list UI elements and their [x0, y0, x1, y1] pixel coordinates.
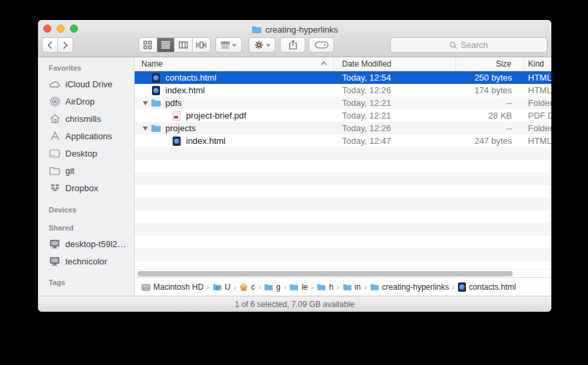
- path-item-users[interactable]: U: [213, 282, 231, 292]
- path-separator: ›: [207, 283, 209, 291]
- folder-icon: [251, 25, 262, 34]
- html-file-icon: [173, 137, 181, 146]
- html-file-icon: [458, 282, 466, 292]
- display-icon: [49, 256, 61, 266]
- sidebar-item-home[interactable]: chrismills: [38, 110, 134, 127]
- file-row-contacts-html[interactable]: contacts.html Today, 12:54 250 bytes HTM…: [135, 71, 551, 84]
- arrange-menu-button[interactable]: [215, 37, 242, 53]
- back-button[interactable]: [43, 38, 58, 52]
- path-item-git[interactable]: g: [264, 282, 281, 292]
- path-item-learning[interactable]: le: [289, 282, 307, 292]
- gear-icon: [254, 40, 264, 50]
- column-header-name[interactable]: Name: [135, 57, 334, 71]
- chevron-down-icon: [232, 43, 237, 47]
- disclosure-triangle-icon[interactable]: [143, 127, 148, 131]
- sidebar: Favorites iCloud Drive AirDrop chrismill…: [38, 57, 135, 296]
- icloud-icon: [49, 80, 61, 88]
- sidebar-section-favorites: Favorites: [49, 64, 134, 73]
- path-separator: ›: [284, 283, 287, 291]
- path-separator: ›: [311, 283, 314, 291]
- path-separator: ›: [234, 283, 237, 291]
- file-row-index-html[interactable]: index.html Today, 12:26 174 bytes HTML d…: [135, 84, 551, 97]
- path-item-macintosh-hd[interactable]: Macintosh HD: [141, 282, 203, 292]
- html-file-icon: [152, 86, 160, 95]
- path-item-creating-hyperlinks[interactable]: creating-hyperlinks: [370, 282, 449, 292]
- folder-icon: [317, 283, 326, 291]
- sidebar-item-git[interactable]: git: [38, 162, 134, 179]
- users-folder-icon: [213, 283, 222, 291]
- horizontal-scrollbar: [135, 269, 551, 277]
- path-separator: ›: [453, 283, 455, 291]
- icon-view-button[interactable]: [139, 38, 157, 52]
- path-separator: ›: [258, 283, 261, 291]
- sidebar-item-technicolor[interactable]: technicolor: [38, 252, 134, 270]
- applications-icon: [49, 131, 61, 141]
- status-text: 1 of 6 selected, 7.09 GB available: [235, 300, 354, 309]
- window-title-text: creating-hyperlinks: [265, 25, 338, 35]
- file-row-project-brief-pdf[interactable]: project-brief.pdf Today, 12:21 28 KB PDF…: [135, 109, 551, 122]
- hard-drive-icon: [141, 283, 151, 291]
- window-title: creating-hyperlinks: [38, 23, 551, 35]
- file-row-projects-index-html[interactable]: index.html Today, 12:47 247 bytes HTML d…: [135, 135, 551, 147]
- folder-icon: [289, 283, 299, 291]
- folder-icon: [151, 99, 161, 107]
- list-header: Name Date Modified Size Kind: [135, 57, 551, 71]
- path-item-chrismills[interactable]: c: [239, 282, 255, 292]
- path-separator: ›: [337, 283, 339, 291]
- sidebar-item-desktop-t59l2[interactable]: desktop-t59l2…: [38, 235, 134, 252]
- folder-icon: [370, 283, 379, 291]
- dropbox-icon: [49, 183, 61, 192]
- navigation-buttons: [42, 37, 73, 53]
- finder-window: creating-hyperlinks: [38, 20, 551, 312]
- tag-button[interactable]: [309, 37, 334, 53]
- folder-icon: [264, 283, 273, 291]
- folder-icon: [49, 167, 61, 175]
- titlebar: creating-hyperlinks: [38, 20, 551, 57]
- column-header-kind[interactable]: Kind: [524, 57, 551, 71]
- path-item-contacts-html[interactable]: contacts.html: [458, 282, 516, 292]
- sidebar-item-icloud-drive[interactable]: iCloud Drive: [38, 75, 134, 93]
- path-item-in[interactable]: in: [343, 282, 361, 292]
- path-separator: ›: [364, 283, 367, 291]
- path-item-html[interactable]: h: [317, 282, 333, 292]
- tag-icon: [315, 41, 329, 49]
- coverflow-view-button[interactable]: [193, 38, 210, 52]
- search-input[interactable]: Search: [390, 37, 547, 53]
- sidebar-section-devices: Devices: [49, 206, 134, 215]
- folder-icon: [343, 283, 352, 291]
- desktop-icon: [49, 149, 61, 158]
- folder-icon: [151, 124, 161, 133]
- file-list: contacts.html Today, 12:54 250 bytes HTM…: [135, 71, 551, 269]
- airdrop-icon: [49, 97, 61, 107]
- sidebar-item-applications[interactable]: Applications: [38, 127, 134, 145]
- sidebar-item-airdrop[interactable]: AirDrop: [38, 93, 134, 110]
- sort-ascending-icon: [321, 61, 327, 65]
- file-list-pane: Name Date Modified Size Kind c: [135, 57, 551, 296]
- folder-row-projects[interactable]: projects Today, 12:26 -- Folder: [135, 122, 551, 135]
- sidebar-section-shared: Shared: [49, 224, 134, 233]
- sidebar-item-dropbox[interactable]: Dropbox: [38, 179, 134, 196]
- home-folder-icon: [239, 283, 248, 291]
- action-menu-button[interactable]: [249, 37, 275, 53]
- view-switcher: [139, 37, 211, 53]
- list-view-button[interactable]: [157, 38, 175, 52]
- column-view-button[interactable]: [175, 38, 193, 52]
- scrollbar-thumb[interactable]: [137, 271, 513, 276]
- column-header-size[interactable]: Size: [456, 57, 524, 71]
- home-icon: [49, 114, 61, 123]
- folder-row-pdfs[interactable]: pdfs Today, 12:21 -- Folder: [135, 97, 551, 109]
- sidebar-item-desktop[interactable]: Desktop: [38, 145, 134, 162]
- disclosure-triangle-icon[interactable]: [143, 101, 148, 105]
- pdf-file-icon: [173, 111, 181, 121]
- forward-button[interactable]: [58, 38, 73, 52]
- search-icon: [449, 41, 457, 49]
- display-icon: [49, 239, 61, 248]
- path-bar: Macintosh HD › U › c › g ›: [135, 277, 551, 296]
- chevron-down-icon: [266, 43, 271, 47]
- search-placeholder: Search: [461, 40, 488, 50]
- share-button[interactable]: [280, 37, 305, 53]
- sidebar-section-tags: Tags: [49, 278, 134, 288]
- column-header-date-modified[interactable]: Date Modified: [334, 57, 456, 71]
- html-file-icon: [152, 73, 160, 83]
- share-icon: [289, 40, 297, 50]
